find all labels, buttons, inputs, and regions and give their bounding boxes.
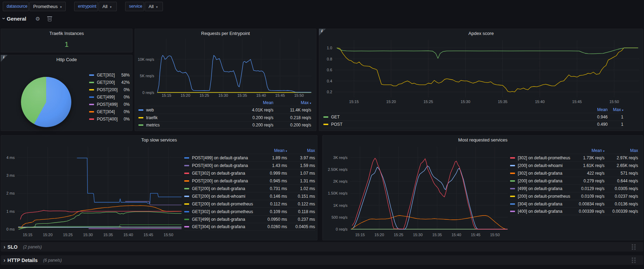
service-dropdown[interactable]: All▾ [145, 2, 163, 11]
svg-text:15:40: 15:40 [535, 100, 545, 104]
legend-sort-max[interactable]: Max▾ [608, 107, 623, 112]
legend-series-name[interactable]: POST[400] [97, 117, 121, 122]
legend-row: [302] on default-prometheus1.73K req/s2.… [510, 154, 638, 161]
info-corner-icon[interactable] [1, 55, 8, 62]
datasource-dropdown[interactable]: Prometheus▾ [29, 2, 66, 11]
svg-text:15:50: 15:50 [294, 93, 304, 97]
legend-row: traefik0.200 req/s0.218 req/s [138, 114, 311, 121]
series-color-swatch [510, 165, 515, 166]
trash-icon[interactable] [48, 17, 51, 21]
legend-series-name[interactable]: GET[200] on default-grafana [184, 186, 257, 191]
legend-series-name[interactable]: web [138, 108, 237, 112]
row-title-http-details[interactable]: HTTP Details [7, 257, 37, 263]
legend-series-name[interactable]: GET[200] on default-prometheus [184, 202, 257, 206]
legend-series-name[interactable]: [304] on default-grafana [510, 202, 573, 206]
series-color-swatch [510, 180, 515, 182]
legend-series-name[interactable]: [200] on default-grafana [510, 179, 573, 183]
legend-row: web4.01K req/s11.4K req/s [138, 106, 311, 114]
legend-series-name[interactable]: [302] on default-prometheus [510, 155, 573, 160]
legend-value: 0.0305 req/s [604, 186, 638, 191]
row-drag-handle[interactable] [632, 257, 636, 263]
panel-title[interactable]: Http Code [12, 57, 122, 62]
legend-series-name[interactable]: GET[499] [97, 95, 121, 100]
svg-text:15:35: 15:35 [103, 233, 113, 237]
legend-series-name[interactable]: [400] on default-grafana [510, 209, 573, 214]
legend-series-name[interactable]: POST [323, 122, 580, 127]
panel-title[interactable]: Traefik Instances [12, 31, 122, 36]
submenu-bar: datasource Prometheus▾ entrypoint All▾ s… [0, 0, 644, 13]
legend-value: 0.490 [580, 122, 608, 127]
legend-row: metrics0.200 req/s0.200 req/s [138, 121, 311, 129]
legend-series-name[interactable]: [200] on default-whoami [510, 163, 573, 168]
legend-item: POST[200]0% [89, 86, 130, 93]
panel-title[interactable]: Apdex score [330, 31, 632, 36]
legend-series-name[interactable]: traefik [138, 115, 237, 120]
row-http-details[interactable]: › HTTP Details (6 panels) [1, 255, 643, 265]
legend-series-name[interactable]: GET[304] [97, 109, 121, 114]
entrypoint-dropdown[interactable]: All▾ [99, 2, 117, 11]
legend-series-name[interactable]: POST[200] on default-grafana [184, 179, 257, 183]
row-title-slo[interactable]: SLO [7, 244, 17, 250]
legend-series-percent: 0% [124, 109, 130, 114]
legend-series-name[interactable]: [200] on default-prometheus [510, 194, 573, 199]
legend-series-name[interactable]: metrics [138, 123, 237, 128]
legend-sort-mean[interactable]: Mean▾ [257, 148, 287, 153]
panel-most-requested-services: Most requested services 0 req/s500 req/s… [322, 135, 643, 240]
legend-row: POST[200] on default-grafana0.945 ms1.31… [184, 177, 315, 184]
legend-series-name[interactable]: GET[499] on default-grafana [184, 217, 257, 222]
requests-chart[interactable]: 0 req/s5K req/s10K req/s15:1515:2015:251… [135, 37, 316, 99]
row-header-general[interactable]: › General ⚙ [3, 14, 51, 23]
legend-series-name[interactable]: GET[302] [97, 73, 119, 78]
series-color-swatch [89, 96, 94, 98]
legend-series-name[interactable]: POST[499] on default-grafana [184, 155, 257, 160]
legend-series-name[interactable]: [302] on default-grafana [510, 171, 573, 176]
legend-sort-max[interactable]: Max [604, 148, 638, 153]
series-color-swatch [89, 82, 94, 83]
legend-series-name[interactable]: POST[200] [97, 87, 121, 92]
legend-series-name[interactable]: GET[200] [97, 80, 119, 85]
panel-http-code: i Http Code GET[302]58%GET[200]42%POST[2… [1, 55, 133, 131]
svg-text:4 ms: 4 ms [6, 155, 15, 160]
legend-series-name[interactable]: GET [323, 115, 580, 119]
legend-series-name[interactable]: POST[400] on default-grafana [184, 163, 257, 168]
instances-value: 1 [1, 40, 132, 49]
gear-icon[interactable]: ⚙ [35, 16, 40, 21]
chevron-collapsed-icon: › [3, 257, 5, 263]
legend-sort-max[interactable]: Max [287, 148, 315, 153]
series-color-swatch [184, 180, 189, 182]
svg-text:0 req/s: 0 req/s [336, 227, 348, 231]
svg-text:0 ms: 0 ms [6, 227, 15, 231]
legend-series-name[interactable]: GET[304] on default-grafana [184, 224, 257, 229]
row-title-general[interactable]: General [7, 16, 26, 22]
svg-text:15:30: 15:30 [83, 233, 93, 237]
svg-text:2 ms: 2 ms [6, 191, 15, 195]
legend-value: 0.0405 ms [287, 224, 315, 229]
legend-sort-max[interactable]: Max▾ [273, 100, 311, 105]
legend-value: 1.07 ms [287, 171, 315, 176]
svg-text:15:45: 15:45 [144, 233, 153, 237]
row-slo[interactable]: › SLO (2 panels) [1, 242, 643, 252]
legend-series-name[interactable]: GET[302] on default-prometheus [184, 209, 257, 214]
legend-series-name[interactable]: GET[200] on default-whoami [184, 194, 257, 199]
legend-sort-mean[interactable]: Mean▾ [573, 148, 604, 153]
legend-series-name[interactable]: [499] on default-grafana [510, 186, 573, 191]
panel-title[interactable]: Requests per Entrypoint [145, 31, 306, 36]
series-color-swatch [510, 203, 515, 205]
legend-value: 1.02 ms [287, 186, 315, 191]
legend-series-name[interactable]: GET[302] on default-grafana [184, 171, 257, 176]
legend-series-name[interactable]: POST[499] [97, 102, 121, 107]
row-drag-handle[interactable] [632, 244, 636, 250]
top-slow-chart[interactable]: 0 ms1 ms2 ms3 ms4 ms15:1515:2015:2515:30… [2, 142, 184, 238]
apdex-chart[interactable]: 0.20.40.60.81.015:1515:2015:2515:3015:35… [319, 37, 643, 105]
svg-text:500 req/s: 500 req/s [331, 215, 348, 219]
row-panel-count: (6 panels) [43, 258, 62, 263]
most-requested-chart[interactable]: 0 req/s500 req/s1K req/s1.50K req/s2K re… [323, 142, 509, 238]
series-color-swatch [184, 203, 189, 205]
legend-sort-mean[interactable]: Mean [237, 100, 273, 105]
info-corner-icon[interactable] [319, 29, 326, 36]
series-color-swatch [89, 118, 94, 120]
variable-label-service: service [125, 2, 144, 11]
svg-text:15:15: 15:15 [355, 233, 365, 237]
svg-text:0 req/s: 0 req/s [142, 90, 154, 95]
legend-sort-mean[interactable]: Mean [580, 107, 608, 112]
